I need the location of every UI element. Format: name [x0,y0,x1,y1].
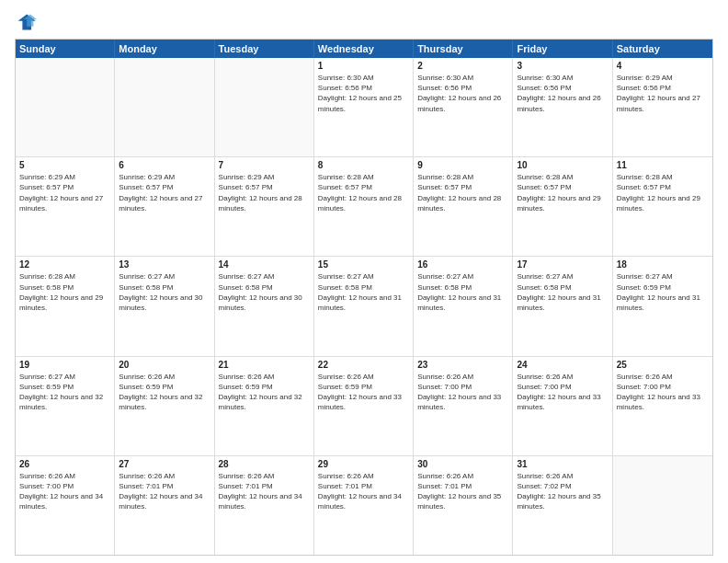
day-cell-17: 17Sunrise: 6:27 AM Sunset: 6:58 PM Dayli… [513,257,612,355]
day-cell-24: 24Sunrise: 6:26 AM Sunset: 7:00 PM Dayli… [513,357,612,455]
week-row-4: 19Sunrise: 6:27 AM Sunset: 6:59 PM Dayli… [16,357,712,456]
day-info: Sunrise: 6:30 AM Sunset: 6:56 PM Dayligh… [318,73,409,114]
day-info: Sunrise: 6:28 AM Sunset: 6:57 PM Dayligh… [617,172,709,213]
day-number: 18 [617,259,709,270]
header-cell-wednesday: Wednesday [314,40,414,58]
day-cell-3: 3Sunrise: 6:30 AM Sunset: 6:56 PM Daylig… [513,58,612,156]
day-info: Sunrise: 6:26 AM Sunset: 7:01 PM Dayligh… [119,471,210,512]
day-number: 15 [318,259,409,270]
day-info: Sunrise: 6:26 AM Sunset: 7:01 PM Dayligh… [417,471,508,512]
day-info: Sunrise: 6:30 AM Sunset: 6:56 PM Dayligh… [517,73,608,114]
day-info: Sunrise: 6:27 AM Sunset: 6:59 PM Dayligh… [19,372,110,413]
day-cell-1: 1Sunrise: 6:30 AM Sunset: 6:56 PM Daylig… [314,58,414,156]
calendar-header: SundayMondayTuesdayWednesdayThursdayFrid… [16,40,712,58]
day-number: 21 [219,360,310,370]
day-cell-29: 29Sunrise: 6:26 AM Sunset: 7:01 PM Dayli… [314,456,414,555]
day-info: Sunrise: 6:26 AM Sunset: 6:59 PM Dayligh… [318,372,409,413]
day-cell-6: 6Sunrise: 6:29 AM Sunset: 6:57 PM Daylig… [115,157,214,256]
header-cell-thursday: Thursday [414,40,513,58]
day-cell-23: 23Sunrise: 6:26 AM Sunset: 7:00 PM Dayli… [414,357,513,455]
week-row-3: 12Sunrise: 6:28 AM Sunset: 6:58 PM Dayli… [16,257,712,356]
day-number: 26 [19,459,110,469]
day-number: 17 [517,259,608,270]
day-info: Sunrise: 6:26 AM Sunset: 7:00 PM Dayligh… [19,471,110,512]
day-info: Sunrise: 6:27 AM Sunset: 6:58 PM Dayligh… [119,271,210,313]
header [15,11,713,33]
header-cell-tuesday: Tuesday [215,40,314,58]
day-cell-5: 5Sunrise: 6:29 AM Sunset: 6:57 PM Daylig… [16,157,115,256]
day-number: 2 [417,61,508,71]
day-cell-25: 25Sunrise: 6:26 AM Sunset: 7:00 PM Dayli… [613,357,712,455]
week-row-2: 5Sunrise: 6:29 AM Sunset: 6:57 PM Daylig… [16,157,712,257]
day-number: 23 [417,360,508,370]
day-number: 3 [517,61,608,71]
day-number: 10 [517,160,608,170]
day-cell-26: 26Sunrise: 6:26 AM Sunset: 7:00 PM Dayli… [16,456,115,555]
calendar: SundayMondayTuesdayWednesdayThursdayFrid… [15,39,713,556]
day-number: 30 [417,459,508,469]
logo [15,11,39,33]
day-cell-2: 2Sunrise: 6:30 AM Sunset: 6:56 PM Daylig… [414,58,513,156]
day-info: Sunrise: 6:28 AM Sunset: 6:57 PM Dayligh… [417,172,508,213]
header-cell-friday: Friday [513,40,612,58]
day-cell-16: 16Sunrise: 6:27 AM Sunset: 6:58 PM Dayli… [414,257,513,355]
day-cell-12: 12Sunrise: 6:28 AM Sunset: 6:58 PM Dayli… [16,257,115,355]
day-cell-18: 18Sunrise: 6:27 AM Sunset: 6:59 PM Dayli… [613,257,712,355]
day-info: Sunrise: 6:26 AM Sunset: 6:59 PM Dayligh… [119,372,210,413]
day-info: Sunrise: 6:29 AM Sunset: 6:56 PM Dayligh… [617,73,709,114]
day-cell-4: 4Sunrise: 6:29 AM Sunset: 6:56 PM Daylig… [613,58,712,156]
day-number: 31 [517,459,608,469]
logo-icon [15,11,37,33]
day-number: 12 [19,259,110,270]
day-info: Sunrise: 6:28 AM Sunset: 6:57 PM Dayligh… [318,172,409,213]
day-info: Sunrise: 6:27 AM Sunset: 6:58 PM Dayligh… [517,271,608,313]
day-info: Sunrise: 6:30 AM Sunset: 6:56 PM Dayligh… [417,73,508,114]
day-number: 29 [318,459,409,469]
day-number: 1 [318,61,409,71]
week-row-5: 26Sunrise: 6:26 AM Sunset: 7:00 PM Dayli… [16,456,712,555]
day-cell-31: 31Sunrise: 6:26 AM Sunset: 7:02 PM Dayli… [513,456,612,555]
header-cell-saturday: Saturday [613,40,712,58]
day-cell-27: 27Sunrise: 6:26 AM Sunset: 7:01 PM Dayli… [115,456,214,555]
day-info: Sunrise: 6:28 AM Sunset: 6:58 PM Dayligh… [19,271,110,313]
day-cell-11: 11Sunrise: 6:28 AM Sunset: 6:57 PM Dayli… [613,157,712,256]
day-info: Sunrise: 6:27 AM Sunset: 6:59 PM Dayligh… [617,271,709,313]
day-cell-28: 28Sunrise: 6:26 AM Sunset: 7:01 PM Dayli… [215,456,314,555]
day-info: Sunrise: 6:26 AM Sunset: 7:01 PM Dayligh… [318,471,409,512]
day-info: Sunrise: 6:26 AM Sunset: 7:00 PM Dayligh… [517,372,608,413]
empty-cell [613,456,712,555]
day-info: Sunrise: 6:26 AM Sunset: 7:00 PM Dayligh… [417,372,508,413]
day-number: 8 [318,160,409,170]
day-info: Sunrise: 6:26 AM Sunset: 6:59 PM Dayligh… [219,372,310,413]
day-number: 7 [219,160,310,170]
day-number: 27 [119,459,210,469]
day-number: 20 [119,360,210,370]
empty-cell [16,58,115,156]
day-cell-19: 19Sunrise: 6:27 AM Sunset: 6:59 PM Dayli… [16,357,115,455]
calendar-body: 1Sunrise: 6:30 AM Sunset: 6:56 PM Daylig… [16,58,712,555]
day-number: 14 [219,259,310,270]
day-cell-21: 21Sunrise: 6:26 AM Sunset: 6:59 PM Dayli… [215,357,314,455]
day-info: Sunrise: 6:29 AM Sunset: 6:57 PM Dayligh… [219,172,310,213]
header-cell-monday: Monday [115,40,214,58]
day-info: Sunrise: 6:27 AM Sunset: 6:58 PM Dayligh… [219,271,310,313]
day-cell-22: 22Sunrise: 6:26 AM Sunset: 6:59 PM Dayli… [314,357,414,455]
day-info: Sunrise: 6:26 AM Sunset: 7:02 PM Dayligh… [517,471,608,512]
day-info: Sunrise: 6:28 AM Sunset: 6:57 PM Dayligh… [517,172,608,213]
day-info: Sunrise: 6:29 AM Sunset: 6:57 PM Dayligh… [119,172,210,213]
week-row-1: 1Sunrise: 6:30 AM Sunset: 6:56 PM Daylig… [16,58,712,157]
day-number: 28 [219,459,310,469]
day-number: 22 [318,360,409,370]
day-info: Sunrise: 6:29 AM Sunset: 6:57 PM Dayligh… [19,172,110,213]
day-cell-20: 20Sunrise: 6:26 AM Sunset: 6:59 PM Dayli… [115,357,214,455]
day-cell-8: 8Sunrise: 6:28 AM Sunset: 6:57 PM Daylig… [314,157,414,256]
day-number: 5 [19,160,110,170]
empty-cell [215,58,314,156]
page: SundayMondayTuesdayWednesdayThursdayFrid… [0,0,728,563]
day-cell-13: 13Sunrise: 6:27 AM Sunset: 6:58 PM Dayli… [115,257,214,355]
day-info: Sunrise: 6:27 AM Sunset: 6:58 PM Dayligh… [318,271,409,313]
day-cell-14: 14Sunrise: 6:27 AM Sunset: 6:58 PM Dayli… [215,257,314,355]
day-cell-30: 30Sunrise: 6:26 AM Sunset: 7:01 PM Dayli… [414,456,513,555]
day-info: Sunrise: 6:27 AM Sunset: 6:58 PM Dayligh… [417,271,508,313]
day-number: 16 [417,259,508,270]
